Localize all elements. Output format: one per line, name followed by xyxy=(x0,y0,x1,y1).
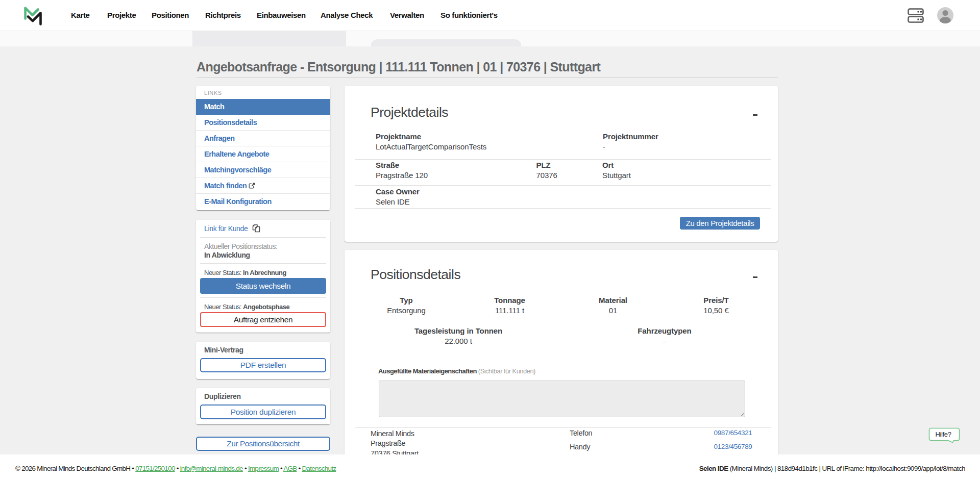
svg-text:Hilfe?: Hilfe? xyxy=(935,431,951,438)
